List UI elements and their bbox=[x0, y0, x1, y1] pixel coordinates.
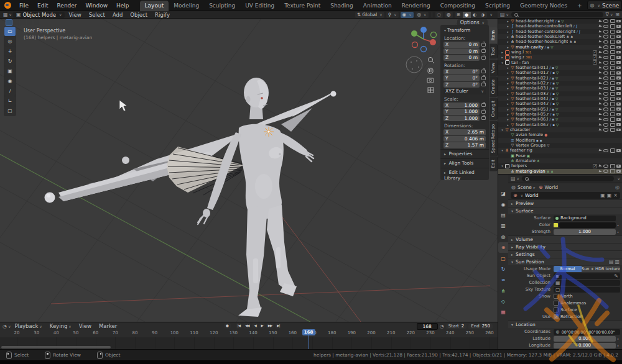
ortho-toggle-icon[interactable] bbox=[428, 88, 434, 93]
exclude-checkbox[interactable]: ✓ bbox=[593, 164, 597, 168]
latitude-slider[interactable]: 0.000 bbox=[554, 336, 616, 342]
hide-eye-icon[interactable] bbox=[603, 170, 608, 173]
timeline-menu-marker[interactable]: Marker bbox=[95, 323, 121, 329]
shading-material-button[interactable]: ◐ bbox=[471, 12, 479, 18]
expand-icon[interactable]: ▸ bbox=[506, 24, 510, 28]
selectable-toggle-icon[interactable] bbox=[598, 82, 602, 85]
viewport-disable-icon[interactable] bbox=[610, 66, 615, 70]
analemmas-checkbox[interactable] bbox=[554, 301, 559, 306]
exclude-checkbox[interactable]: ✓ bbox=[593, 60, 597, 65]
hide-eye-icon[interactable] bbox=[603, 112, 608, 116]
coordinates-field[interactable]: ⊕00°00'00.00" 00°00'00.00" bbox=[554, 329, 620, 335]
expand-icon[interactable]: ▸ bbox=[506, 66, 510, 70]
viewport-canvas[interactable]: ▭◎+↻▣◉∕∟▢ User Perspective (168) helpers… bbox=[0, 19, 498, 322]
n-panel-tab-item[interactable]: Item bbox=[490, 27, 498, 43]
editor-type-icon[interactable]: ▦∨ bbox=[3, 12, 12, 17]
expand-icon[interactable]: ▸ bbox=[506, 71, 510, 75]
usage-hdr-button[interactable]: Sun + HDR texture bbox=[582, 266, 620, 272]
panel-ray-visibility[interactable]: ▸Ray Visibility bbox=[508, 243, 622, 250]
pin-icon[interactable]: ◎ bbox=[615, 184, 620, 190]
prev-keyframe-button[interactable]: ◀◀ bbox=[243, 323, 251, 329]
panel-align-tools[interactable]: ▸ Align Tools bbox=[440, 158, 489, 168]
outliner-display-mode[interactable]: ▤∨ bbox=[500, 12, 509, 17]
collection-field[interactable]: ▦ bbox=[554, 280, 620, 286]
render-disable-icon[interactable] bbox=[616, 66, 621, 70]
animate-dot[interactable]: • bbox=[616, 230, 620, 234]
hide-eye-icon[interactable] bbox=[603, 81, 608, 85]
menu-help[interactable]: Help bbox=[112, 0, 134, 11]
render-disable-icon[interactable] bbox=[616, 123, 621, 126]
tool-move[interactable]: + bbox=[4, 47, 16, 56]
active-tool-icon[interactable] bbox=[6, 20, 12, 25]
lock-icon[interactable] bbox=[481, 49, 486, 53]
color-keyframe-indicator[interactable] bbox=[554, 223, 558, 227]
workspace-tab-compositing[interactable]: Compositing bbox=[435, 1, 480, 11]
animate-dot[interactable]: • bbox=[616, 337, 620, 341]
render-disable-icon[interactable] bbox=[616, 76, 621, 80]
viewport-disable-icon[interactable] bbox=[610, 112, 615, 116]
render-disable-icon[interactable] bbox=[616, 165, 621, 168]
rotation-field-x[interactable]: X0° bbox=[443, 69, 480, 75]
render-disable-icon[interactable] bbox=[616, 102, 621, 106]
panel-edit-linked-library[interactable]: ▸ Edit Linked Library bbox=[440, 168, 489, 183]
outliner-search-input[interactable] bbox=[511, 12, 603, 17]
outliner-row-mouth-cavity[interactable]: ▸▽mouth cavity∕▪▽ bbox=[498, 45, 622, 50]
render-disable-icon[interactable] bbox=[616, 71, 621, 75]
expand-icon[interactable]: ▸ bbox=[506, 117, 510, 121]
outliner-row-character[interactable]: ▾▽character bbox=[498, 127, 622, 132]
viewport-disable-icon[interactable] bbox=[610, 30, 615, 34]
viewport-disable-icon[interactable] bbox=[610, 148, 615, 152]
properties-tab-output[interactable]: ▤ bbox=[498, 210, 508, 221]
outliner-row-feather-tail-06-r[interactable]: ▸▽feather-tail-06.r∕▪▽ bbox=[498, 122, 622, 127]
properties-tab-world[interactable]: ⊕ bbox=[498, 242, 508, 253]
outliner-row-feather-rig[interactable]: ▾⋔feather rig bbox=[498, 148, 622, 153]
selectable-toggle-icon[interactable] bbox=[598, 71, 602, 75]
outliner-row-head-feather-controller-right[interactable]: ▸ʃhead-feather-controller.right∕ʃ bbox=[498, 29, 622, 34]
usage-normal-button[interactable]: Normal bbox=[554, 266, 582, 272]
expand-icon[interactable]: ▸ bbox=[506, 35, 510, 39]
expand-icon[interactable]: ▾ bbox=[500, 128, 504, 132]
blender-logo-icon[interactable] bbox=[4, 2, 11, 9]
tool-option-icon[interactable] bbox=[13, 20, 19, 25]
outliner-row-wing-l[interactable]: ▸wing.l301✓ bbox=[498, 50, 622, 55]
render-disable-icon[interactable] bbox=[616, 149, 621, 152]
outliner-row-metarig-avian[interactable]: ⋔metarig-avian⋔⋔ bbox=[498, 169, 622, 174]
outliner-row-feather-tail-01-r[interactable]: ▸▽feather-tail-01.r∕▪▽ bbox=[498, 70, 622, 75]
viewport-disable-icon[interactable] bbox=[610, 128, 615, 132]
viewport-disable-icon[interactable] bbox=[610, 71, 615, 75]
outliner-row-head-feather-right[interactable]: ▸▽head-feather.right∕▪▽ bbox=[498, 19, 622, 24]
empty-sphere[interactable] bbox=[406, 57, 422, 73]
extras-icon[interactable]: ▥ bbox=[615, 259, 620, 265]
viewport-disable-icon[interactable] bbox=[610, 55, 615, 59]
render-disable-icon[interactable] bbox=[616, 25, 621, 28]
panel-settings[interactable]: ▸Settings bbox=[508, 250, 622, 258]
viewport-disable-icon[interactable] bbox=[610, 50, 615, 54]
outliner-row-feather-tail-04-l[interactable]: ▸▽feather-tail-04.l∕▪▽ bbox=[498, 96, 622, 101]
hide-eye-icon[interactable] bbox=[603, 40, 608, 44]
current-frame-field[interactable]: 168 bbox=[417, 323, 438, 330]
properties-tab-tool[interactable]: ◪ bbox=[498, 188, 508, 199]
workspace-tab-uv-editing[interactable]: UV Editing bbox=[240, 1, 279, 11]
render-disable-icon[interactable] bbox=[616, 51, 621, 54]
panel-location[interactable]: ▾Location bbox=[508, 321, 622, 328]
unlink-datablock-icon[interactable]: × bbox=[613, 193, 618, 198]
outliner-row-helpers[interactable]: ▾helpers✓ bbox=[498, 163, 622, 168]
viewport-disable-icon[interactable] bbox=[610, 169, 615, 173]
selectable-toggle-icon[interactable] bbox=[598, 170, 602, 173]
expand-icon[interactable]: ▸ bbox=[506, 86, 510, 90]
expand-icon[interactable]: ▸ bbox=[506, 92, 510, 96]
render-disable-icon[interactable] bbox=[616, 113, 621, 116]
rotation-mode-dropdown[interactable]: XYZ Euler∨ bbox=[443, 88, 486, 94]
viewport-disable-icon[interactable] bbox=[610, 102, 615, 106]
selectable-toggle-icon[interactable] bbox=[598, 87, 602, 90]
outliner-row-feather-tail-04-r[interactable]: ▸▽feather-tail-04.r∕▪▽ bbox=[498, 101, 622, 106]
location-field-y[interactable]: Y0 m bbox=[443, 48, 480, 55]
selectable-toggle-icon[interactable] bbox=[598, 149, 602, 152]
selectable-toggle-icon[interactable] bbox=[598, 76, 602, 80]
viewport-disable-icon[interactable] bbox=[610, 92, 615, 96]
viewport-menu-object[interactable]: Object bbox=[126, 12, 151, 18]
outliner-row-head-feather-controller-left[interactable]: ▸ʃhead-feather-controller.left∕ʃ bbox=[498, 24, 622, 29]
camera-view-icon[interactable] bbox=[427, 78, 434, 83]
bone-star-widget[interactable] bbox=[264, 127, 274, 137]
rotation-field-z[interactable]: Z0° bbox=[443, 82, 480, 88]
